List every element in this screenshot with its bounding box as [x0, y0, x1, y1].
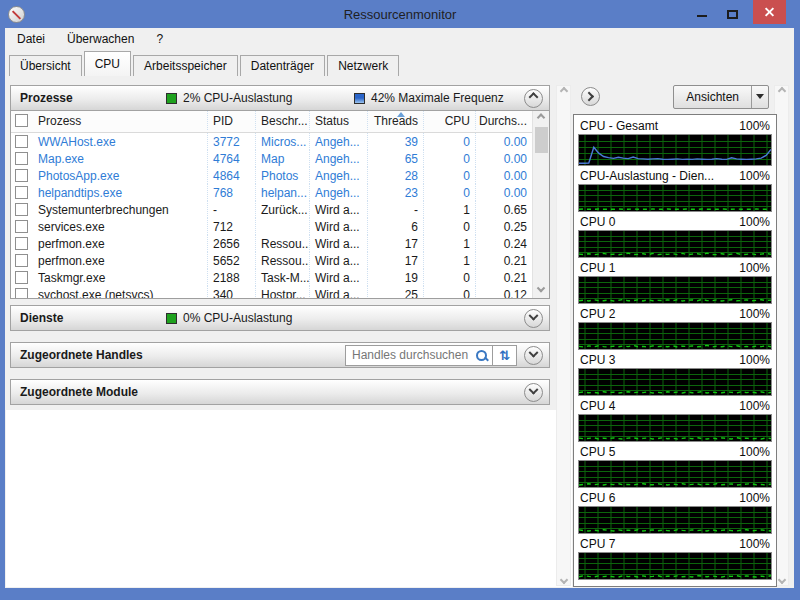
left-pane-scrollbar[interactable]: [556, 85, 571, 586]
cpu-graph-block: CPU 1 100%: [578, 259, 772, 304]
graph-title: CPU 6: [580, 491, 615, 505]
cell-cpu: 0: [424, 150, 476, 167]
cell-status: Angeh...: [310, 133, 368, 150]
menu-ueberwachen[interactable]: Überwachen: [65, 30, 136, 48]
table-row[interactable]: Taskmgr.exe 2188 Task-M... Wird a... 19 …: [11, 269, 532, 286]
cell-status: Wird a...: [310, 235, 368, 252]
cell-description: Task-M...: [256, 269, 310, 286]
cell-threads: -: [368, 201, 424, 218]
cell-threads: 39: [368, 133, 424, 150]
scrollbar-thumb[interactable]: [535, 127, 548, 153]
views-dropdown-arrow[interactable]: [751, 86, 768, 108]
menu-help[interactable]: ?: [154, 30, 165, 48]
cell-avg-cpu: 0.00: [476, 150, 532, 167]
menu-datei[interactable]: Datei: [15, 30, 47, 48]
graph-title: CPU 0: [580, 215, 615, 229]
row-checkbox[interactable]: [15, 203, 28, 216]
col-beschreibung[interactable]: Beschr...: [256, 111, 310, 130]
cell-pid: -: [208, 201, 256, 218]
select-all-checkbox[interactable]: [15, 114, 28, 127]
row-checkbox[interactable]: [15, 254, 28, 267]
search-refresh-button[interactable]: ⇅: [493, 345, 517, 366]
tab-arbeitsspeicher[interactable]: Arbeitsspeicher: [133, 55, 238, 76]
module-expand-button[interactable]: [524, 383, 543, 402]
views-button[interactable]: Ansichten: [673, 85, 769, 109]
cell-description: Micros...: [256, 133, 310, 150]
table-row[interactable]: services.exe 712 Wird a... 6 0 0.25: [11, 218, 532, 235]
cell-cpu: 1: [424, 252, 476, 269]
table-row[interactable]: perfmon.exe 5652 Ressou... Wird a... 17 …: [11, 252, 532, 269]
cell-threads: 19: [368, 269, 424, 286]
dienste-expand-button[interactable]: [524, 309, 543, 328]
col-pid[interactable]: PID: [208, 111, 256, 130]
cell-avg-cpu: 0.21: [476, 252, 532, 269]
process-table-header: Prozess PID Beschr... Status Threads CPU…: [11, 111, 532, 133]
chevron-up-icon: [559, 87, 567, 95]
col-threads[interactable]: Threads: [368, 111, 424, 130]
module-list-empty-area: [6, 410, 572, 587]
scroll-up-button[interactable]: [533, 111, 550, 126]
table-row[interactable]: helpandtips.exe 768 helpan... Angeh... 2…: [11, 184, 532, 201]
cell-description: helpan...: [256, 184, 310, 201]
table-row[interactable]: svchost.exe (netsvcs) 340 Hostpr... Wird…: [11, 286, 532, 298]
graph-panel-collapse-button[interactable]: [581, 87, 600, 106]
window-title: Ressourcenmonitor: [0, 7, 800, 22]
close-button[interactable]: [753, 0, 786, 24]
dienste-header: Dienste 0% CPU-Auslastung: [10, 305, 550, 331]
graph-scale: 100%: [739, 537, 770, 551]
chevron-down-icon: [529, 347, 539, 357]
cell-pid: 4764: [208, 150, 256, 167]
max-frequency-label: 42% Maximale Frequenz: [371, 91, 504, 105]
cell-threads: 65: [368, 150, 424, 167]
module-title: Zugeordnete Module: [20, 385, 524, 399]
chevron-down-icon: [559, 576, 567, 584]
graph-panel-toolbar: Ansichten: [573, 83, 771, 110]
cell-description: [256, 218, 310, 235]
table-row[interactable]: PhotosApp.exe 4864 Photos Angeh... 28 0 …: [11, 167, 532, 184]
prozesse-collapse-button[interactable]: [524, 89, 543, 108]
cell-avg-cpu: 0.24: [476, 235, 532, 252]
tab-cpu[interactable]: CPU: [84, 51, 131, 76]
scroll-down-button[interactable]: [533, 283, 550, 298]
cpu-graph-block: CPU - Gesamt 100%: [578, 117, 772, 166]
col-durchschnitt[interactable]: Durchs...: [476, 111, 532, 130]
sort-indicator-icon: [397, 112, 405, 117]
cell-avg-cpu: 0.00: [476, 167, 532, 184]
col-cpu[interactable]: CPU: [424, 111, 476, 130]
row-checkbox[interactable]: [15, 186, 28, 199]
tab-netzwerk[interactable]: Netzwerk: [327, 55, 399, 76]
minimize-button[interactable]: [687, 0, 717, 26]
graph-scale: 100%: [739, 261, 770, 275]
cell-pid: 2188: [208, 269, 256, 286]
row-checkbox[interactable]: [15, 220, 28, 233]
window-body: Datei Überwachen ? Übersicht CPU Arbeits…: [5, 28, 794, 588]
graph-scale: 100%: [739, 169, 770, 183]
handles-search-input[interactable]: Handles durchsuchen: [345, 345, 493, 366]
prozesse-title: Prozesse: [20, 91, 166, 105]
handles-expand-button[interactable]: [524, 346, 543, 365]
tab-uebersicht[interactable]: Übersicht: [9, 55, 82, 76]
row-checkbox[interactable]: [15, 135, 28, 148]
table-row[interactable]: Map.exe 4764 Map Angeh... 65 0 0.00: [11, 150, 532, 167]
graph-title: CPU 2: [580, 307, 615, 321]
table-row[interactable]: perfmon.exe 2656 Ressou... Wird a... 17 …: [11, 235, 532, 252]
cell-description: Map: [256, 150, 310, 167]
row-checkbox[interactable]: [15, 288, 28, 298]
tab-datentraeger[interactable]: Datenträger: [240, 55, 325, 76]
cell-threads: 17: [368, 235, 424, 252]
col-prozess[interactable]: Prozess: [33, 111, 208, 130]
cpu-usage-graph: [578, 322, 772, 350]
cpu-graph-block: CPU 7 100%: [578, 535, 772, 580]
graph-title: CPU 1: [580, 261, 615, 275]
cpu-graph-block: CPU 2 100%: [578, 305, 772, 350]
maximize-button[interactable]: [717, 0, 747, 26]
process-table-scrollbar[interactable]: [532, 111, 549, 298]
cell-threads: 25: [368, 286, 424, 298]
row-checkbox[interactable]: [15, 169, 28, 182]
row-checkbox[interactable]: [15, 271, 28, 284]
col-status[interactable]: Status: [310, 111, 368, 130]
table-row[interactable]: WWAHost.exe 3772 Micros... Angeh... 39 0…: [11, 133, 532, 150]
row-checkbox[interactable]: [15, 152, 28, 165]
table-row[interactable]: Systemunterbrechungen - Zurück... Wird a…: [11, 201, 532, 218]
row-checkbox[interactable]: [15, 237, 28, 250]
